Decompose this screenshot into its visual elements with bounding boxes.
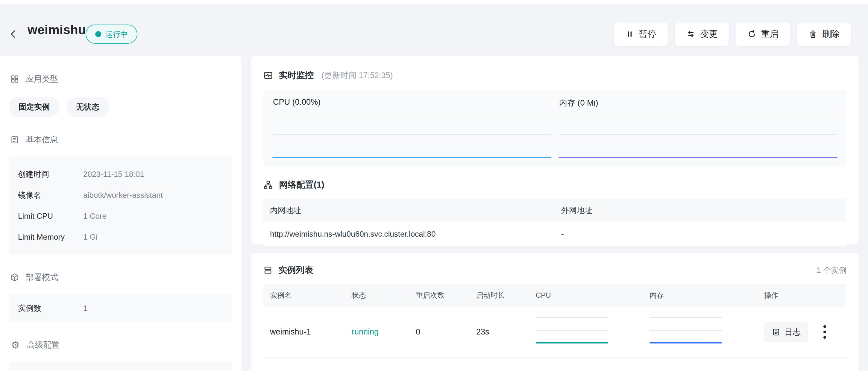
instance-memory-sparkline — [650, 314, 722, 350]
memory-chart-label: 内存 (0 Mi) — [559, 97, 598, 108]
pause-button[interactable]: 暂停 — [614, 22, 668, 46]
col-memory: 内存 — [650, 290, 764, 300]
info-label: 镜像名 — [18, 190, 83, 200]
network-title: 网络配置(1) — [279, 179, 324, 191]
instance-uptime: 23s — [476, 327, 536, 337]
change-button-label: 变更 — [701, 28, 718, 40]
kebab-dot — [824, 325, 826, 328]
app-header: weimishu 运行中 暂停 变更 重启 删除 — [0, 4, 868, 56]
cpu-chart-line — [272, 157, 551, 158]
instance-restarts: 0 — [416, 327, 476, 337]
col-restarts: 重启次数 — [416, 290, 476, 300]
monitor-pulse-icon — [264, 71, 273, 80]
info-value: 1 — [83, 304, 87, 313]
info-value: 1 Gi — [83, 233, 98, 242]
info-label: 创建时间 — [18, 169, 83, 180]
instance-cpu-line — [536, 342, 608, 343]
instance-memory-line — [650, 342, 722, 343]
section-deploy-mode-label: 部署模式 — [26, 272, 58, 283]
back-button[interactable] — [5, 26, 22, 42]
gridline — [559, 111, 837, 111]
info-value: aibotk/worker-assistant — [83, 191, 163, 200]
memory-chart-line — [559, 157, 837, 158]
instance-table-row: weimishu-1 running 0 23s 日志 — [264, 307, 846, 358]
section-advanced-config: ⚙ 高级配置 — [9, 340, 232, 350]
cube-icon — [10, 273, 19, 282]
network-table-row: http://weimishu.ns-wlu0u60n.svc.cluster.… — [264, 222, 846, 246]
swap-arrows-icon — [686, 29, 695, 39]
instance-list-title: 实例列表 — [278, 264, 313, 276]
monitor-panel: CPU (0.00%) 内存 (0 Mi) — [264, 90, 846, 167]
monitoring-title: 实时监控 — [279, 69, 314, 82]
status-badge: 运行中 — [86, 25, 137, 44]
info-value: 1 Core — [83, 212, 106, 221]
network-title-row: 网络配置(1) — [264, 179, 846, 191]
restart-button[interactable]: 重启 — [736, 22, 790, 46]
col-uptime: 启动时长 — [476, 290, 536, 300]
instance-table-header: 实例名 状态 重启次数 启动时长 CPU 内存 操作 — [264, 284, 846, 307]
tag-stateless: 无状态 — [66, 97, 109, 117]
info-row-image: 镜像名 aibotk/worker-assistant — [18, 185, 223, 206]
pause-icon — [625, 30, 634, 39]
network-topology-icon — [264, 180, 273, 190]
section-app-type-label: 应用类型 — [26, 73, 58, 84]
gridline — [536, 317, 608, 318]
restart-button-label: 重启 — [761, 28, 778, 40]
col-cpu: CPU — [536, 291, 650, 300]
gridline — [536, 330, 608, 331]
instance-cpu-sparkline — [536, 314, 608, 350]
gridline — [272, 111, 551, 111]
monitoring-update-time: (更新时间 17:52:35) — [321, 70, 393, 81]
basic-info-box: 创建时间 2023-11-15 18:01 镜像名 aibotk/worker-… — [9, 156, 232, 255]
memory-chart: 内存 (0 Mi) — [559, 90, 837, 167]
grid-icon — [10, 74, 19, 84]
gridline — [559, 134, 837, 135]
gear-icon: ⚙ — [10, 340, 20, 350]
col-operations: 操作 — [764, 290, 840, 300]
app-type-tags: 固定实例 无状态 — [9, 97, 232, 117]
kebab-dot — [824, 336, 826, 339]
info-row-limit-memory: Limit Memory 1 Gi — [18, 226, 223, 247]
cpu-chart: CPU (0.00%) — [272, 90, 551, 167]
gridline — [650, 330, 722, 331]
instance-list-card: 实例列表 1 个实例 实例名 状态 重启次数 启动时长 CPU 内存 操作 we… — [251, 253, 859, 371]
internal-address-value[interactable]: http://weimishu.ns-wlu0u60n.svc.cluster.… — [270, 229, 561, 239]
instance-count: 1 个实例 — [816, 265, 846, 276]
monitoring-network-card: 实时监控 (更新时间 17:52:35) CPU (0.00%) 内存 (0 M… — [251, 56, 859, 244]
info-row-replicas: 实例数 1 — [18, 298, 223, 319]
col-instance-name: 实例名 — [270, 290, 352, 300]
tag-fixed-instance: 固定实例 — [9, 97, 59, 117]
section-basic-info-label: 基本信息 — [26, 134, 58, 145]
change-button[interactable]: 变更 — [675, 22, 729, 46]
instance-name: weimishu-1 — [270, 327, 352, 337]
info-row-start-command: 启动命令 未配置 — [18, 369, 223, 371]
instance-operations: 日志 — [764, 322, 840, 342]
document-icon — [10, 135, 19, 144]
list-rows-icon — [264, 266, 272, 275]
more-actions-button[interactable] — [820, 322, 829, 342]
log-file-icon — [772, 328, 780, 336]
gridline — [272, 134, 551, 135]
top-strip — [0, 0, 868, 4]
delete-button[interactable]: 删除 — [797, 22, 851, 46]
section-app-type: 应用类型 — [9, 73, 232, 84]
instance-status: running — [352, 327, 416, 337]
external-address-value: - — [561, 229, 840, 239]
info-row-created: 创建时间 2023-11-15 18:01 — [18, 164, 223, 185]
status-badge-label: 运行中 — [105, 29, 128, 39]
instance-list-title-row: 实例列表 1 个实例 — [264, 264, 846, 276]
page-title: weimishu — [28, 23, 86, 37]
restart-icon — [747, 30, 756, 39]
log-button[interactable]: 日志 — [764, 322, 808, 342]
sidebar: 应用类型 固定实例 无状态 基本信息 创建时间 2023-11-15 18:01… — [0, 56, 241, 371]
info-row-limit-cpu: Limit CPU 1 Core — [18, 206, 223, 226]
cpu-chart-label: CPU (0.00%) — [273, 97, 320, 107]
section-advanced-config-label: 高级配置 — [27, 340, 59, 350]
network-table-header: 内网地址 外网地址 — [264, 199, 846, 222]
advanced-config-box: 启动命令 未配置 运行参数 未配置 — [9, 362, 232, 371]
pause-button-label: 暂停 — [639, 28, 656, 40]
kebab-dot — [824, 331, 826, 333]
trash-icon — [808, 30, 817, 39]
info-label: Limit Memory — [18, 233, 83, 242]
deploy-mode-box: 实例数 1 — [9, 294, 232, 322]
